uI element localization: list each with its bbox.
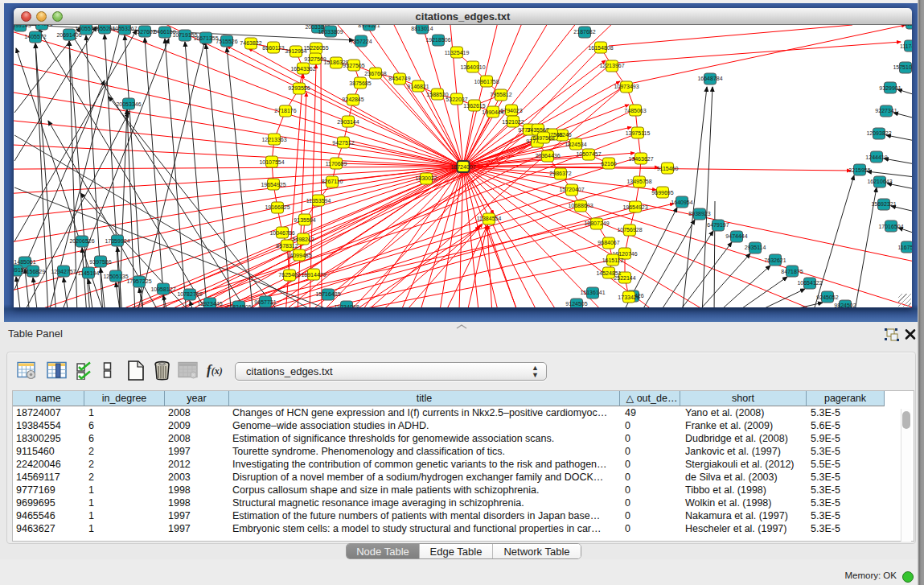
svg-text:12923445: 12923445	[197, 301, 222, 307]
svg-text:11384554: 11384554	[477, 216, 502, 221]
svg-text:1170689: 1170689	[326, 161, 347, 167]
svg-text:8660123: 8660123	[262, 45, 284, 51]
svg-text:17016504: 17016504	[878, 224, 903, 229]
svg-text:14099485: 14099485	[286, 253, 311, 258]
svg-text:9427512: 9427512	[332, 140, 354, 146]
svg-text:8471875: 8471875	[781, 269, 803, 274]
svg-text:13495758: 13495758	[626, 179, 651, 184]
svg-text:7857224: 7857224	[350, 39, 372, 44]
svg-text:1112404: 1112404	[901, 25, 912, 27]
svg-text:17359924: 17359924	[105, 238, 129, 244]
svg-text:116753: 116753	[898, 245, 912, 250]
svg-text:1117404: 1117404	[900, 43, 912, 49]
svg-text:16671355: 16671355	[193, 35, 218, 41]
svg-text:8267110: 8267110	[322, 179, 343, 184]
svg-text:10507457: 10507457	[576, 151, 601, 157]
svg-text:1405572: 1405572	[24, 34, 46, 39]
svg-text:19463627: 19463627	[628, 156, 653, 162]
svg-text:15716485: 15716485	[315, 291, 340, 297]
svg-text:18724007: 18724007	[450, 164, 475, 170]
svg-text:9245052: 9245052	[816, 295, 838, 300]
svg-text:2099143: 2099143	[14, 25, 31, 28]
svg-text:7515526: 7515526	[216, 39, 237, 44]
svg-text:18807249: 18807249	[584, 220, 609, 226]
svg-text:1362615: 1362615	[463, 103, 485, 109]
svg-text:9684067: 9684067	[598, 240, 619, 245]
svg-text:7625402: 7625402	[278, 272, 300, 278]
svg-text:5322037: 5322037	[446, 97, 467, 102]
svg-text:16210643: 16210643	[867, 179, 892, 184]
svg-text:11325419: 11325419	[445, 50, 470, 56]
svg-text:1527602: 1527602	[133, 29, 155, 35]
svg-text:1521022: 1521022	[502, 119, 524, 125]
svg-text:19654925: 19654925	[261, 182, 285, 187]
svg-text:8578312: 8578312	[276, 243, 298, 249]
svg-text:3215955: 3215955	[848, 167, 870, 173]
svg-text:1733426: 1733426	[618, 295, 639, 300]
svg-text:3875685: 3875685	[349, 80, 371, 86]
svg-text:7955812: 7955812	[490, 92, 511, 97]
svg-text:16033809: 16033809	[318, 29, 343, 35]
svg-text:9327505: 9327505	[343, 63, 364, 68]
svg-text:1244419: 1244419	[865, 154, 887, 160]
svg-text:1615112: 1615112	[602, 257, 624, 263]
svg-text:20053346: 20053346	[116, 101, 141, 107]
svg-text:2718176: 2718176	[274, 108, 296, 113]
svg-text:11156829: 11156829	[21, 269, 45, 274]
svg-text:10958127: 10958127	[150, 286, 175, 292]
svg-text:20691406: 20691406	[56, 32, 81, 38]
svg-text:19654923: 19654923	[622, 204, 647, 210]
svg-text:12213363: 12213363	[261, 137, 286, 142]
svg-text:62160: 62160	[601, 161, 617, 167]
svg-text:9146821: 9146821	[407, 84, 429, 89]
svg-text:9124505: 9124505	[565, 301, 587, 307]
svg-text:8938923: 8938923	[688, 211, 710, 216]
svg-text:19234068: 19234068	[334, 304, 359, 307]
svg-text:15136141: 15136141	[580, 290, 605, 295]
svg-text:10961758: 10961758	[474, 79, 499, 84]
svg-text:7485063: 7485063	[624, 108, 646, 113]
svg-text:10782759: 10782759	[177, 291, 202, 297]
svg-text:10107554: 10107554	[259, 159, 284, 165]
svg-text:19166825: 19166825	[265, 204, 290, 210]
svg-text:20206526: 20206526	[69, 238, 94, 244]
svg-text:9824502: 9824502	[834, 303, 856, 307]
svg-text:11353594: 11353594	[306, 198, 331, 204]
svg-text:19218506: 19218506	[425, 37, 450, 43]
svg-text:2986372: 2986372	[549, 171, 571, 176]
svg-text:10046786: 10046786	[269, 230, 294, 236]
svg-text:14524851: 14524851	[596, 270, 621, 276]
svg-text:15751074: 15751074	[893, 64, 912, 70]
svg-text:9397586: 9397586	[89, 259, 111, 265]
svg-text:8454749: 8454749	[388, 76, 410, 81]
svg-text:5498242: 5498242	[292, 237, 314, 242]
svg-text:6497568: 6497568	[532, 135, 554, 141]
svg-text:12505135: 12505135	[103, 274, 128, 279]
svg-text:8974521: 8974521	[358, 25, 380, 28]
svg-text:9115460: 9115460	[657, 166, 679, 171]
svg-text:2903144: 2903144	[337, 119, 359, 125]
svg-text:6794023: 6794023	[500, 108, 522, 113]
svg-text:9227341: 9227341	[875, 108, 897, 113]
svg-text:2367608: 2367608	[364, 71, 386, 76]
svg-text:2522144: 2522144	[614, 275, 635, 281]
svg-text:13640910: 13640910	[460, 64, 485, 70]
svg-text:17957225: 17957225	[126, 278, 151, 284]
svg-text:6479197: 6479197	[707, 222, 729, 228]
svg-text:15226055: 15226055	[303, 45, 328, 51]
svg-text:2187682: 2187682	[573, 29, 595, 35]
svg-text:15720407: 15720407	[559, 187, 584, 192]
svg-text:16543362: 16543362	[290, 66, 315, 72]
svg-text:15692321: 15692321	[871, 201, 896, 207]
svg-text:12342757: 12342757	[51, 269, 76, 274]
svg-text:16648784: 16648784	[697, 76, 722, 81]
svg-text:9329901: 9329901	[879, 85, 901, 91]
svg-text:1830022: 1830022	[415, 175, 437, 181]
svg-text:10756928: 10756928	[617, 227, 642, 233]
svg-text:10973493: 10973493	[614, 84, 639, 89]
svg-text:16154808: 16154808	[588, 45, 613, 51]
svg-text:9699695: 9699695	[651, 190, 673, 196]
svg-text:1485061: 1485061	[14, 259, 35, 265]
svg-text:8813014: 8813014	[411, 26, 433, 31]
svg-text:20364436: 20364436	[535, 153, 560, 159]
